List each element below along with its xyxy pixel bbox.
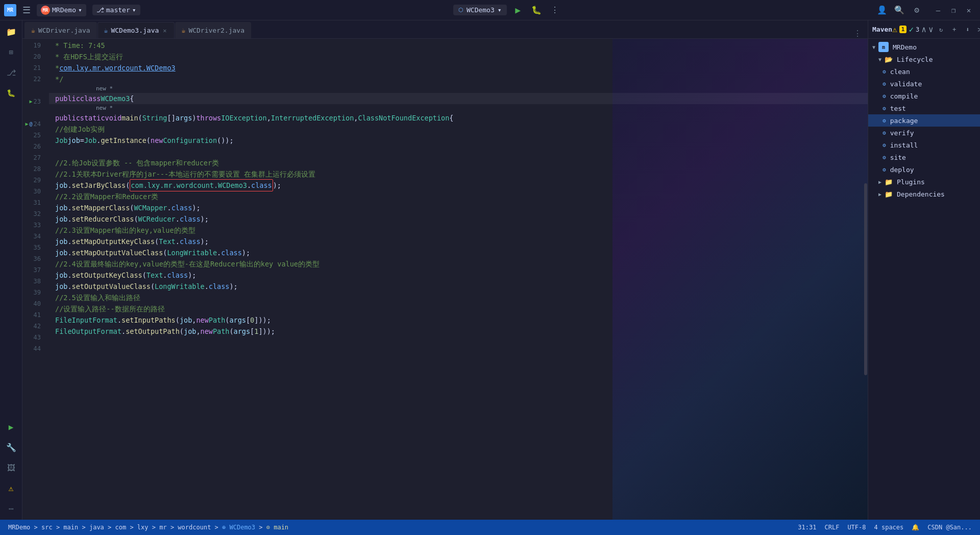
code-text: );: [188, 270, 196, 281]
code-text: job: [55, 281, 67, 292]
run-configuration[interactable]: ⬡ WCDemo3 ▾: [453, 5, 507, 15]
code-text: [: [246, 314, 250, 326]
tab-wcdemo3[interactable]: ☕ WCDemo3.java ✕: [97, 22, 175, 38]
activity-run[interactable]: ▶: [2, 418, 20, 436]
maven-validate[interactable]: ⚙ validate: [868, 78, 980, 90]
branch-dropdown-icon: ▾: [132, 6, 136, 14]
code-line-21: * com.lxy.mr.wordcount.WCDemo3: [49, 62, 868, 74]
project-badge[interactable]: MR MRDemo ▾: [37, 4, 86, 16]
minimize-button[interactable]: —: [931, 3, 945, 17]
tab-label-wcdriver2: WCDriver2.java: [188, 27, 244, 34]
settings-icon[interactable]: ⚙: [910, 3, 924, 17]
csdn-label: CSDN @San...: [927, 524, 972, 531]
activity-settings[interactable]: ⋯: [2, 499, 20, 518]
status-notifications[interactable]: 🔔: [908, 524, 923, 531]
run-config-dropdown[interactable]: ▾: [498, 6, 502, 14]
code-text: //2.2设置Mapper和Reducer类: [55, 191, 158, 202]
code-text: .: [217, 247, 221, 258]
activity-image[interactable]: 🖼: [2, 458, 20, 477]
more-options-button[interactable]: ⋮: [548, 3, 562, 17]
collapse-icon[interactable]: ∨: [928, 25, 934, 34]
maven-refresh-btn[interactable]: ↻: [936, 24, 947, 35]
maven-clean[interactable]: ⚙ clean: [868, 65, 980, 78]
maven-verify[interactable]: ⚙ verify: [868, 127, 980, 139]
code-text: ]));: [258, 326, 275, 337]
close-button[interactable]: ✕: [962, 3, 976, 17]
code-text: void: [105, 112, 122, 124]
code-content[interactable]: * Time: 7:45 * 在HDFS上提交运行 * com.lxy.mr.w…: [49, 39, 868, 520]
maven-lifecycle-group[interactable]: ▼ 📂 Lifecycle: [868, 53, 980, 65]
maven-plugins-group[interactable]: ▶ 📁 Plugins: [868, 176, 980, 188]
code-text: getInstance: [101, 135, 146, 146]
code-line-22: */: [49, 74, 868, 85]
line-39: 39: [22, 287, 45, 298]
tab-wcdriver[interactable]: ☕ WCDriver.java: [24, 22, 97, 38]
status-line-ending[interactable]: CRLF: [820, 524, 843, 531]
hamburger-menu[interactable]: ☰: [20, 3, 33, 17]
code-line-36: job.setMapOutputValueClass(LongWritable.…: [49, 247, 868, 258]
status-indent[interactable]: 4 spaces: [870, 524, 908, 531]
maven-download-btn[interactable]: ⬇: [962, 24, 973, 35]
code-text: ,: [192, 314, 196, 326]
run-gutter-23[interactable]: ▶: [30, 96, 33, 107]
code-text: ,: [267, 112, 271, 124]
code-line-20: * 在HDFS上提交运行: [49, 51, 868, 62]
code-text: setOutputPath: [126, 326, 180, 337]
maven-compile[interactable]: ⚙ compile: [868, 90, 980, 102]
branch-badge[interactable]: ⎇ master ▾: [92, 5, 140, 15]
code-text: Path: [209, 314, 226, 326]
tab-overflow[interactable]: ⋮: [849, 29, 866, 38]
status-position[interactable]: 31:31: [794, 524, 820, 531]
line-35: 35: [22, 242, 45, 253]
code-text: .: [67, 202, 71, 213]
run-gutter-24[interactable]: ▶: [25, 118, 28, 130]
maven-dependencies-group[interactable]: ▶ 📁 Dependencies: [868, 188, 980, 200]
code-text: .: [67, 213, 71, 225]
code-text: );: [273, 180, 281, 191]
run-button[interactable]: ▶: [511, 3, 525, 17]
maven-add-btn[interactable]: +: [949, 24, 960, 35]
status-breadcrumb[interactable]: MRDemo > src > main > java > com > lxy >…: [4, 520, 292, 535]
vertical-scrollbar[interactable]: [864, 39, 868, 520]
activity-notifications[interactable]: ⚠: [2, 479, 20, 497]
code-text: (: [155, 236, 159, 247]
line-26: 26: [22, 141, 45, 152]
code-text: class: [221, 247, 242, 258]
maven-install[interactable]: ⚙ install: [868, 139, 980, 151]
tab-wcdriver2[interactable]: ☕ WCDriver2.java: [175, 22, 251, 38]
line-40: 40: [22, 298, 45, 309]
breadcrumb-main: ⊙ main: [266, 524, 288, 531]
activity-search[interactable]: ⊞: [2, 43, 20, 61]
activity-files[interactable]: 📁: [2, 22, 20, 41]
line-43: 43: [22, 332, 45, 343]
activity-vcs[interactable]: ⎇: [2, 63, 20, 82]
bp-gutter-24[interactable]: @: [30, 118, 33, 130]
code-line-40: //2.5设置输入和输出路径: [49, 292, 868, 303]
maven-expand-all-btn[interactable]: ≫: [975, 24, 980, 35]
tab-close-wcdemo3[interactable]: ✕: [162, 27, 167, 35]
maven-test[interactable]: ⚙ test: [868, 102, 980, 114]
maven-site[interactable]: ⚙ site: [868, 151, 980, 163]
debug-button[interactable]: 🐛: [529, 3, 544, 17]
activity-tools[interactable]: 🔧: [2, 438, 20, 456]
account-icon[interactable]: 👤: [875, 3, 889, 17]
code-text: IOException: [221, 112, 266, 124]
code-text: (: [176, 314, 180, 326]
project-dropdown-icon[interactable]: ▾: [78, 6, 82, 14]
maven-project-mrdemo[interactable]: ▼ m MRDemo: [868, 41, 980, 53]
maven-package[interactable]: ⚙ package: [868, 114, 980, 127]
code-line-25: //创建Job实例: [49, 124, 868, 135]
code-text: (: [146, 135, 151, 146]
expand-icon[interactable]: ∧: [921, 25, 926, 34]
search-icon[interactable]: 🔍: [892, 3, 906, 17]
maven-deploy[interactable]: ⚙ deploy: [868, 163, 980, 176]
position-text: 31:31: [798, 524, 816, 531]
maximize-button[interactable]: ❐: [946, 3, 961, 17]
code-text: FileInputFormat: [55, 314, 117, 326]
line-20: 20: [22, 51, 45, 62]
activity-debug[interactable]: 🐛: [2, 84, 20, 102]
maven-validate-icon: ⚙: [883, 81, 886, 87]
status-encoding[interactable]: UTF-8: [843, 524, 870, 531]
code-text: (: [130, 202, 134, 213]
status-csdn[interactable]: CSDN @San...: [923, 524, 976, 531]
